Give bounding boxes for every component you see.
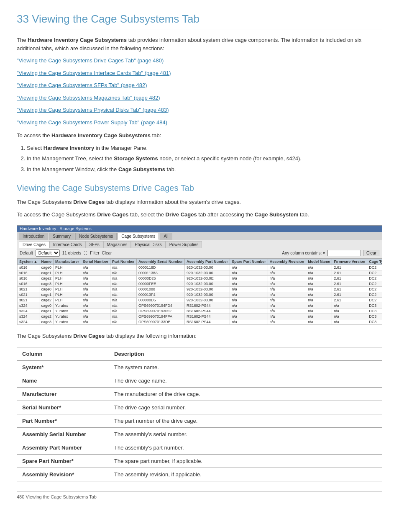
section2-desc2: To access the Cage Subsystems Drive Cage…	[17, 211, 382, 219]
col-system[interactable]: System ▲	[18, 259, 39, 265]
table-row: s016cage2PLHn/an/a00000D25920-1032-03.0E…	[18, 276, 382, 281]
subtab-interface-cards[interactable]: Interface Cards	[49, 241, 85, 248]
tab-cage-subsystems[interactable]: Cage Subsystems	[118, 233, 159, 240]
intro-paragraph: The Hardware Inventory Cage Subsystems t…	[17, 36, 382, 52]
desc-table-row: Assembly Serial NumberThe assembly's ser…	[17, 427, 382, 441]
desc-desc-cell: The drive cage name.	[109, 374, 382, 387]
screenshot-titlebar: Hardware Inventory : Storage Systems	[17, 226, 382, 232]
desc-desc-cell: The drive cage serial number.	[109, 401, 382, 414]
desc-col-cell: System*	[17, 360, 109, 374]
desc-table-header: Column Description	[17, 347, 382, 360]
any-column-label: Any column contains: ▾	[282, 251, 325, 255]
desc-desc-cell: The assembly's part number.	[109, 441, 382, 454]
subtab-physical-disks[interactable]: Physical Disks	[131, 241, 165, 248]
desc-desc-cell: The assembly revision, if applicable.	[109, 468, 382, 481]
desc-desc-cell: The assembly's serial number.	[109, 427, 382, 441]
col-name[interactable]: Name	[39, 259, 54, 265]
screenshot-toolbar: Default Default 11 objects ☷ Filter Clea…	[17, 248, 382, 258]
drive-cages-table: System ▲ Name Manufacturer Serial Number…	[17, 258, 382, 325]
table-header-row: System ▲ Name Manufacturer Serial Number…	[18, 259, 382, 265]
desc-col-cell: Assembly Serial Number	[17, 427, 109, 441]
access-tab-bold: Hardware Inventory Cage Subsystems	[51, 132, 151, 139]
tab-all[interactable]: All	[160, 233, 172, 240]
clear-button[interactable]: Clear	[363, 250, 379, 256]
desc-table-row: Part Number*The part number of the drive…	[17, 414, 382, 427]
link-5[interactable]: "Viewing the Cage Subsystems Physical Di…	[17, 107, 169, 113]
description-table: Column Description System*The system nam…	[17, 347, 382, 481]
desc-table-row: Assembly Part NumberThe assembly's part …	[17, 441, 382, 454]
subtab-drive-cages[interactable]: Drive Cages	[19, 241, 49, 248]
desc-col-cell: Name	[17, 374, 109, 387]
screenshot-main-tabs: Introduction Summary Node Subsystems Cag…	[17, 232, 382, 240]
desc-col-cell: Serial Number*	[17, 401, 109, 414]
desc-desc-cell: The system name.	[109, 360, 382, 374]
link-3[interactable]: "Viewing the Cage Subsystems SFPs Tab" (…	[17, 82, 147, 88]
col-model[interactable]: Model Name	[306, 259, 332, 265]
link-6[interactable]: "Viewing the Cage Subsystems Power Suppl…	[17, 119, 167, 126]
access-intro: To access the Hardware Inventory Cage Su…	[17, 131, 382, 140]
table-intro-para: The Cage Subsystems Drive Cages tab disp…	[17, 332, 382, 340]
col-firmware[interactable]: Firmware Version	[332, 259, 367, 265]
toolbar-filter-label[interactable]: Filter	[90, 251, 99, 255]
desc-table-row: System*The system name.	[17, 360, 382, 374]
links-list: "Viewing the Cage Subsystems Drive Cages…	[17, 57, 382, 126]
filter-icon: ☷	[84, 251, 87, 255]
tab-summary[interactable]: Summary	[49, 233, 74, 240]
table-row: s324cage3Yuratexn/an/aOPS699070133DBRS16…	[18, 319, 382, 325]
link-4[interactable]: "Viewing the Cage Subsystems Magazines T…	[17, 95, 160, 101]
desc-table-body: System*The system name.NameThe drive cag…	[17, 360, 382, 481]
desc-col-cell: Assembly Part Number	[17, 441, 109, 454]
link-2[interactable]: "Viewing the Cage Subsystems Interface C…	[17, 70, 171, 76]
col-asm-rev[interactable]: Assembly Revision	[268, 259, 306, 265]
page-title: 33 Viewing the Cage Subsystems Tab	[17, 13, 382, 29]
subtab-sfps[interactable]: SFPs	[85, 241, 103, 248]
tab-node-subsystems[interactable]: Node Subsystems	[75, 233, 117, 240]
table-row: s016cage0PLHn/an/a0000118D920-1032-03.00…	[18, 265, 382, 270]
tab-introduction[interactable]: Introduction	[19, 233, 48, 240]
table-row: s016cage1PLHn/an/a00001138A920-1032-03.0…	[18, 270, 382, 276]
col-serial[interactable]: Serial Number	[81, 259, 110, 265]
toolbar-clear-label[interactable]: Clear	[102, 251, 112, 255]
table-row: s324cage1Yuratexn/an/aOPS699070193052RS1…	[18, 308, 382, 314]
desc-col-cell: Spare Part Number*	[17, 454, 109, 468]
section2-desc1: The Cage Subsystems Drive Cages tab disp…	[17, 198, 382, 206]
screenshot-subtabs: Drive Cages Interface Cards SFPs Magazin…	[17, 240, 382, 248]
table-row: s021cage1PLHn/an/a000013F4920-1032-03.00…	[18, 292, 382, 298]
desc-table-row: NameThe drive cage name.	[17, 374, 382, 387]
table-row: s016cage3PLHn/an/a00000FEE920-1032-03.00…	[18, 281, 382, 287]
table-row: s021cage0PLHn/an/a00001088920-1032-03.00…	[18, 287, 382, 292]
col-cage-type[interactable]: Cage Type	[367, 259, 382, 265]
table-body: s016cage0PLHn/an/a0000118D920-1032-03.00…	[18, 265, 382, 325]
desc-col-header: Column	[17, 347, 109, 360]
desc-desc-cell: The spare part number, if applicable.	[109, 454, 382, 468]
subtab-magazines[interactable]: Magazines	[103, 241, 131, 248]
col-manufacturer[interactable]: Manufacturer	[53, 259, 81, 265]
col-asm-part[interactable]: Assembly Part Number	[185, 259, 230, 265]
desc-col-cell: Part Number*	[17, 414, 109, 427]
page-footer: 480 Viewing the Cage Subsystems Tab	[17, 491, 382, 499]
column-filter-input[interactable]	[327, 250, 361, 256]
col-part[interactable]: Part Number	[110, 259, 137, 265]
table-row: s021cage2PLHn/an/a000000D5920-1032-03.00…	[18, 298, 382, 303]
toolbar-default-label: Default	[20, 251, 33, 255]
desc-table-row: Spare Part Number*The spare part number,…	[17, 454, 382, 468]
desc-desc-cell: The part number of the drive cage.	[109, 414, 382, 427]
toolbar-default-select[interactable]: Default	[36, 249, 60, 257]
screenshot-box: Hardware Inventory : Storage Systems Int…	[17, 225, 382, 325]
table-row: s324cage0Yuratexn/an/aOPS699070194FD4RS1…	[18, 303, 382, 308]
desc-table-row: Serial Number*The drive cage serial numb…	[17, 401, 382, 414]
step-3: In the Management Window, click the Cage…	[27, 165, 382, 174]
step-1: Select Hardware Inventory in the Manager…	[27, 144, 382, 152]
steps-list: Select Hardware Inventory in the Manager…	[27, 144, 382, 174]
section2-title: Viewing the Cage Subsystems Drive Cages …	[17, 183, 382, 193]
desc-col-cell: Assembly Revision*	[17, 468, 109, 481]
desc-table-row: ManufacturerThe manufacturer of the driv…	[17, 387, 382, 401]
col-spare[interactable]: Spare Part Number	[230, 259, 268, 265]
desc-desc-cell: The manufacturer of the drive cage.	[109, 387, 382, 401]
toolbar-objects: 11 objects	[62, 251, 82, 255]
subtab-power-supplies[interactable]: Power Supplies	[166, 241, 202, 248]
step-2: In the Management Tree, select the Stora…	[27, 154, 382, 163]
link-1[interactable]: "Viewing the Cage Subsystems Drive Cages…	[17, 57, 164, 64]
desc-table-row: Assembly Revision*The assembly revision,…	[17, 468, 382, 481]
col-asm-serial[interactable]: Assembly Serial Number	[137, 259, 185, 265]
